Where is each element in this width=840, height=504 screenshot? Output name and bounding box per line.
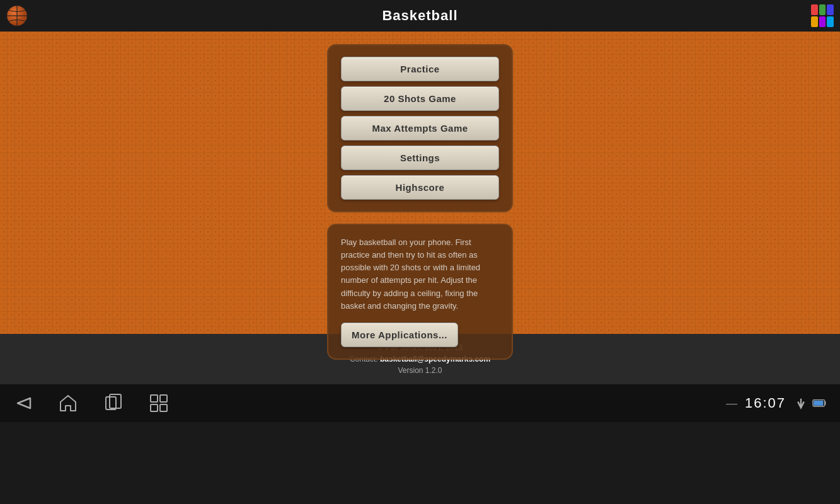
basketball-icon: [6, 5, 28, 26]
description-text: Play basketball on your phone. First pra…: [341, 236, 499, 312]
main-content: Practice 20 Shots Game Max Attempts Game…: [0, 32, 840, 334]
description-panel: Play basketball on your phone. First pra…: [327, 224, 513, 360]
app-title: Basketball: [382, 8, 457, 24]
svg-marker-2: [18, 398, 30, 408]
grid-cell-yellow: [811, 16, 818, 27]
status-icons: [793, 396, 827, 411]
grid-cell-blue: [827, 4, 834, 15]
svg-rect-5: [151, 395, 158, 402]
more-applications-button[interactable]: More Applications...: [341, 323, 458, 347]
battery-icon: [812, 399, 827, 408]
bottom-nav-bar: — 16:07: [0, 384, 840, 422]
max-attempts-button[interactable]: Max Attempts Game: [341, 116, 499, 140]
highscore-button[interactable]: Highscore: [341, 175, 499, 200]
svg-rect-8: [160, 404, 167, 411]
menu-panel: Practice 20 Shots Game Max Attempts Game…: [327, 44, 513, 212]
twenty-shots-button[interactable]: 20 Shots Game: [341, 86, 499, 111]
home-button[interactable]: [58, 393, 78, 413]
svg-rect-10: [814, 401, 823, 406]
recent-apps-button[interactable]: [103, 393, 124, 413]
settings-button[interactable]: Settings: [341, 146, 499, 170]
nav-left-group: [13, 393, 169, 413]
back-button[interactable]: [13, 393, 33, 413]
signal-icon: [793, 396, 808, 411]
practice-button[interactable]: Practice: [341, 57, 499, 81]
top-bar: Basketball: [0, 0, 840, 32]
svg-rect-6: [160, 395, 167, 402]
svg-rect-7: [151, 404, 158, 411]
grid-cell-green: [819, 4, 826, 15]
dash-symbol: —: [726, 397, 737, 410]
grid-cell-purple: [819, 16, 826, 27]
time-display: 16:07: [745, 395, 786, 411]
app-grid-icon[interactable]: [811, 4, 834, 27]
version-text: Version 1.2.0: [398, 366, 442, 375]
grid-cell-cyan: [827, 16, 834, 27]
grid-cell-red: [811, 4, 818, 15]
nav-right-group: — 16:07: [726, 395, 827, 411]
grid-menu-button[interactable]: [149, 393, 169, 413]
